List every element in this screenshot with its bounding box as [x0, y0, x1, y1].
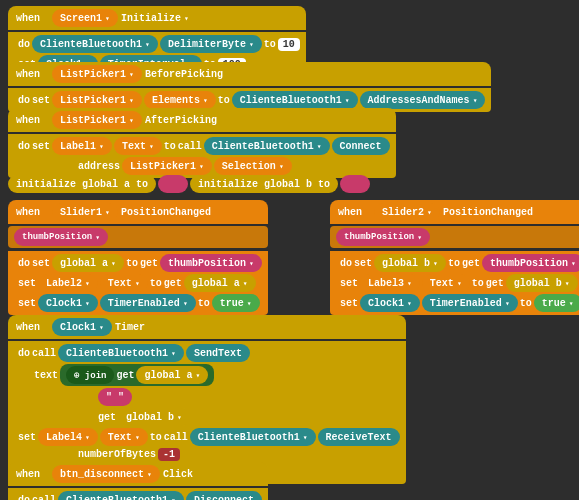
get-label4: get [486, 278, 504, 289]
label2-ref[interactable]: Label2 [38, 274, 98, 292]
thumb-pos-pill2[interactable]: thumbPosition [336, 228, 430, 246]
global-b-ref2[interactable]: global b [506, 274, 578, 292]
slider1-row2: set Label2 Text to get global a [18, 274, 262, 292]
client-bt-4[interactable]: ClienteBluetooth1 [58, 344, 184, 362]
listpicker1-ref3[interactable]: ListPicker1 [122, 157, 212, 175]
text-dropdown3[interactable]: Text [422, 274, 470, 292]
do-label: do [18, 39, 30, 50]
slider1-block: when Slider1 PositionChanged thumbPositi… [8, 200, 268, 315]
to-label10: to [520, 298, 532, 309]
listpicker-after-hat[interactable]: when ListPicker1 AfterPicking [8, 108, 396, 132]
to-label9: to [472, 278, 484, 289]
text-dropdown2[interactable]: Text [100, 274, 148, 292]
listpicker-before-hat[interactable]: when ListPicker1 BeforePicking [8, 62, 491, 86]
init-global-b[interactable]: initialize global b to [190, 175, 338, 193]
disconnect-row: do call ClienteBluetooth1 Disconnect [18, 491, 262, 500]
slider1-dropdown[interactable]: Slider1 [52, 203, 118, 221]
clock1-ref2[interactable]: Clock1 [38, 294, 98, 312]
separator-pill[interactable]: " " [98, 388, 132, 406]
to-label6: to [150, 278, 162, 289]
btn-disconnect-ref[interactable]: btn_disconnect [52, 465, 160, 483]
clock1-row6: numberOfBytes -1 [18, 448, 400, 461]
join-block: ⊕ join get global a [60, 364, 214, 386]
slider1-row3: set Clock1 TimerEnabled to true [18, 294, 262, 312]
client-bt-2[interactable]: ClienteBluetooth1 [232, 91, 358, 109]
when-label4: when [16, 207, 40, 218]
when-label2: when [16, 69, 40, 80]
clock1-row1: do call ClienteBluetooth1 SendText [18, 344, 400, 362]
text-dropdown[interactable]: Text [114, 137, 162, 155]
elements-dropdown[interactable]: Elements [144, 91, 216, 109]
connect-label: Connect [332, 137, 390, 155]
to-label7: to [198, 298, 210, 309]
delimiter-value[interactable]: 10 [278, 38, 300, 51]
position-changed-label: PositionChanged [121, 207, 211, 218]
global-b-ref3[interactable]: global b [118, 408, 190, 426]
label4-ref[interactable]: Label4 [38, 428, 98, 446]
init-global-a[interactable]: initialize global a to [8, 175, 156, 193]
slider2-block: when Slider2 PositionChanged thumbPositi… [330, 200, 579, 315]
slider1-hat[interactable]: when Slider1 PositionChanged [8, 200, 268, 224]
to-label5: to [126, 258, 138, 269]
disconnect-hat[interactable]: when btn_disconnect Click [8, 462, 268, 486]
thumb-pos-ref2[interactable]: thumbPosition [482, 254, 579, 272]
row-address: address ListPicker1 Selection [18, 157, 390, 175]
thumb-pos-ref[interactable]: thumbPosition [160, 254, 262, 272]
clock1-ref3[interactable]: Clock1 [360, 294, 420, 312]
clock1-ref4[interactable]: Clock1 [52, 318, 112, 336]
client-bt-6[interactable]: ClienteBluetooth1 [58, 491, 184, 500]
slider2-dropdown[interactable]: Slider2 [374, 203, 440, 221]
listpicker1-dropdown[interactable]: ListPicker1 [52, 91, 142, 109]
addresses-names[interactable]: AddressesAndNames [360, 91, 486, 109]
get-label3: get [462, 258, 480, 269]
delimiter-byte[interactable]: DelimiterByte [160, 35, 262, 53]
set-label10: set [18, 432, 36, 443]
text-dropdown4[interactable]: Text [100, 428, 148, 446]
to-label11: to [150, 432, 162, 443]
disconnect-body: do call ClienteBluetooth1 Disconnect [8, 488, 268, 500]
label1-ref[interactable]: Label1 [52, 137, 112, 155]
client-bt-3[interactable]: ClienteBluetooth1 [204, 137, 330, 155]
timer-enabled[interactable]: TimerEnabled [100, 294, 196, 312]
row-connect: do set Label1 Text to call ClienteBlueto… [18, 137, 390, 155]
when-label3: when [16, 115, 40, 126]
row-delimiter: do ClienteBluetooth1 DelimiterByte to 10 [18, 35, 300, 53]
listpicker1-ref2[interactable]: ListPicker1 [52, 111, 142, 129]
timer-label: Timer [115, 322, 145, 333]
b-value[interactable] [340, 175, 370, 193]
label3-ref[interactable]: Label3 [360, 274, 420, 292]
slider2-body: do set global b to get thumbPosition set… [330, 251, 579, 315]
global-a-ref[interactable]: global a [52, 254, 124, 272]
get-label6: get [98, 412, 116, 423]
init-a-block: initialize global a to [8, 175, 188, 193]
timer-enabled2[interactable]: TimerEnabled [422, 294, 518, 312]
when-label5: when [338, 207, 362, 218]
a-value[interactable] [158, 175, 188, 193]
global-b-ref[interactable]: global b [374, 254, 446, 272]
client-bt-1[interactable]: ClienteBluetooth1 [32, 35, 158, 53]
set-label3: set [32, 141, 50, 152]
disconnect-label: Disconnect [186, 491, 262, 500]
true-pill2[interactable]: true [534, 294, 579, 312]
clock1-hat[interactable]: when Clock1 Timer [8, 315, 406, 339]
when-label: when [16, 13, 40, 24]
clock1-row5: set Label4 Text to call ClienteBluetooth… [18, 428, 400, 446]
thumb-pos-pill[interactable]: thumbPosition [14, 228, 108, 246]
listpicker1-ref[interactable]: ListPicker1 [52, 65, 142, 83]
selection-dropdown[interactable]: Selection [214, 157, 292, 175]
slider1-row1: do set global a to get thumbPosition [18, 254, 262, 272]
address-label: address [78, 161, 120, 172]
screen-init-hat[interactable]: when Screen1 Initialize [8, 6, 306, 30]
num-bytes-value[interactable]: -1 [158, 448, 180, 461]
global-a-ref3[interactable]: global a [136, 366, 208, 384]
global-a-ref2[interactable]: global a [184, 274, 256, 292]
screen1-dropdown[interactable]: Screen1 [52, 9, 118, 27]
slider2-hat[interactable]: when Slider2 PositionChanged [330, 200, 579, 224]
when-label7: when [16, 469, 40, 480]
true-pill[interactable]: true [212, 294, 260, 312]
join-pill[interactable]: ⊕ join [66, 366, 114, 384]
client-bt-5[interactable]: ClienteBluetooth1 [190, 428, 316, 446]
do-label2: do [18, 95, 30, 106]
canvas: when Screen1 Initialize do ClienteBlueto… [0, 0, 579, 500]
set-label8: set [340, 278, 358, 289]
